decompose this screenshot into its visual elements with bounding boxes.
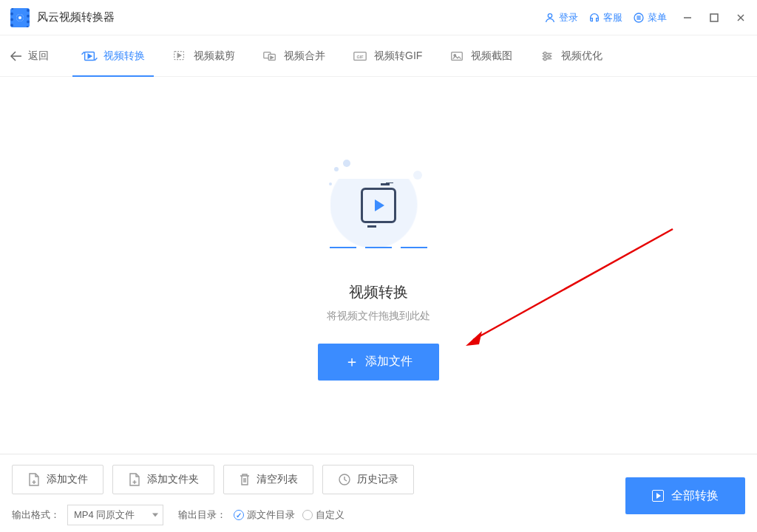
file-add-icon — [27, 472, 41, 487]
button-label: 清空列表 — [257, 473, 298, 486]
close-button[interactable] — [735, 12, 747, 24]
footer: 添加文件 添加文件夹 清空列表 历史记录 输出格式： MP4 同原文件 输出目录… — [0, 454, 757, 532]
empty-illustration-icon — [312, 151, 445, 262]
svg-text:GIF: GIF — [356, 54, 364, 58]
merge-icon — [262, 49, 278, 64]
radio-label: 源文件目录 — [247, 508, 295, 522]
svg-point-24 — [544, 52, 547, 55]
tab-video-convert[interactable]: 视频转换 — [72, 35, 154, 77]
login-label: 登录 — [559, 11, 578, 24]
tab-label: 视频截图 — [471, 50, 512, 63]
back-button[interactable]: 返回 — [10, 50, 49, 63]
screenshot-icon — [449, 49, 465, 64]
gif-icon: GIF — [352, 49, 368, 64]
tab-label: 视频合并 — [284, 50, 325, 63]
convert-all-label: 全部转换 — [671, 488, 719, 504]
login-link[interactable]: 登录 — [544, 11, 578, 24]
menu-link[interactable]: 菜单 — [633, 11, 667, 24]
empty-title: 视频转换 — [349, 282, 408, 302]
history-icon — [338, 473, 351, 486]
support-link[interactable]: 客服 — [588, 11, 622, 24]
play-box-icon — [652, 490, 664, 502]
app-logo-icon — [10, 8, 30, 27]
menu-icon — [633, 12, 645, 24]
radio-label: 自定义 — [316, 508, 344, 522]
tab-video-gif[interactable]: GIF 视频转GIF — [343, 35, 431, 77]
add-file-button[interactable]: ＋ 添加文件 — [318, 344, 439, 381]
tab-video-screenshot[interactable]: 视频截图 — [440, 35, 521, 77]
footer-add-folder-button[interactable]: 添加文件夹 — [112, 465, 214, 494]
svg-rect-6 — [710, 14, 718, 21]
tab-label: 视频优化 — [561, 50, 602, 63]
maximize-button[interactable] — [708, 12, 720, 24]
svg-marker-13 — [177, 53, 181, 57]
tab-video-optimize[interactable]: 视频优化 — [530, 35, 611, 77]
format-value: MP4 同原文件 — [74, 508, 135, 522]
menu-label: 菜单 — [648, 11, 667, 24]
footer-add-file-button[interactable]: 添加文件 — [12, 465, 103, 494]
convert-icon — [81, 49, 98, 64]
crop-icon — [172, 49, 188, 64]
convert-all-button[interactable]: 全部转换 — [625, 477, 745, 514]
svg-marker-11 — [88, 54, 92, 58]
headset-icon — [588, 12, 600, 24]
tabbar: 返回 视频转换 视频裁剪 视频合并 GIF 视频转GIF 视频截图 视频优化 — [0, 35, 757, 77]
user-icon — [544, 12, 556, 24]
format-select[interactable]: MP4 同原文件 — [67, 505, 163, 525]
svg-point-25 — [548, 55, 551, 58]
radio-source-dir[interactable]: 源文件目录 — [234, 508, 295, 522]
format-label: 输出格式： — [12, 508, 60, 522]
svg-point-0 — [548, 13, 551, 17]
tab-label: 视频裁剪 — [194, 50, 235, 63]
optimize-icon — [539, 49, 555, 64]
radio-dot-icon — [302, 510, 313, 520]
plus-icon: ＋ — [344, 352, 359, 372]
empty-subtitle: 将视频文件拖拽到此处 — [327, 310, 430, 323]
app-title: 风云视频转换器 — [37, 10, 115, 24]
tab-video-merge[interactable]: 视频合并 — [253, 35, 334, 77]
back-label: 返回 — [28, 50, 49, 63]
titlebar: 风云视频转换器 登录 客服 菜单 — [0, 0, 757, 35]
footer-history-button[interactable]: 历史记录 — [322, 465, 414, 494]
dir-label: 输出目录： — [178, 508, 226, 522]
empty-state: 视频转换 将视频文件拖拽到此处 ＋ 添加文件 — [0, 77, 757, 454]
minimize-button[interactable] — [682, 12, 693, 24]
support-label: 客服 — [603, 11, 622, 24]
radio-dot-icon — [234, 510, 244, 520]
tab-label: 视频转GIF — [374, 50, 422, 63]
svg-point-26 — [544, 57, 547, 60]
trash-icon — [239, 473, 251, 486]
folder-add-icon — [128, 472, 141, 487]
radio-custom-dir[interactable]: 自定义 — [302, 508, 344, 522]
footer-clear-button[interactable]: 清空列表 — [223, 465, 313, 494]
button-label: 添加文件 — [47, 473, 88, 486]
tab-video-crop[interactable]: 视频裁剪 — [163, 35, 244, 77]
add-file-label: 添加文件 — [365, 354, 413, 369]
button-label: 添加文件夹 — [147, 473, 199, 486]
arrow-left-icon — [10, 51, 22, 61]
tab-label: 视频转换 — [103, 50, 145, 63]
button-label: 历史记录 — [357, 473, 398, 486]
